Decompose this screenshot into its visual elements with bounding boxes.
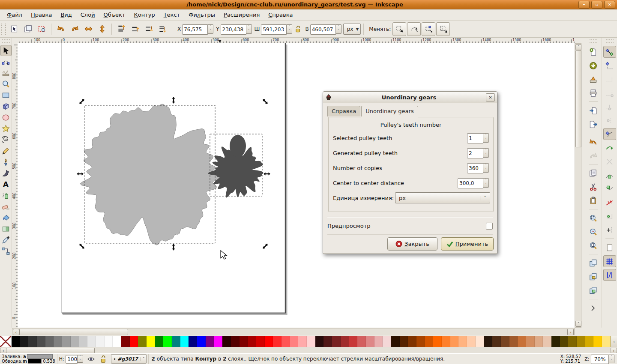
- snap-mid-toggle[interactable]: [603, 197, 616, 209]
- color-swatch[interactable]: [54, 336, 62, 347]
- zoom-page-button[interactable]: [587, 239, 600, 251]
- snap-master-toggle[interactable]: [603, 46, 616, 58]
- color-swatch[interactable]: [189, 336, 197, 347]
- star-tool-button[interactable]: [0, 123, 12, 134]
- color-swatch[interactable]: [273, 336, 282, 347]
- fill-stroke-indicator[interactable]: Заливка: a Обводка:m 0,538: [0, 354, 57, 364]
- palette-scroll-left-icon[interactable]: ‹: [0, 348, 6, 353]
- color-swatch[interactable]: [222, 336, 231, 347]
- color-swatch[interactable]: [568, 336, 577, 347]
- menu-10-item[interactable]: Справка: [264, 10, 297, 20]
- toolbox-grip[interactable]: [2, 39, 10, 43]
- color-swatch[interactable]: [87, 336, 96, 347]
- paste-button[interactable]: [587, 194, 600, 206]
- color-swatch[interactable]: [602, 336, 611, 347]
- print-button[interactable]: [587, 87, 600, 99]
- commandsbar-grip[interactable]: [590, 39, 597, 43]
- snap-center-toggle[interactable]: [603, 210, 616, 222]
- ellipse-tool-button[interactable]: [0, 112, 12, 123]
- color-swatch[interactable]: [492, 336, 501, 347]
- color-swatch[interactable]: [442, 336, 450, 347]
- color-swatch[interactable]: [282, 336, 290, 347]
- apply-button[interactable]: Применить: [441, 237, 494, 251]
- connector-tool-button[interactable]: [0, 245, 12, 257]
- snap-bbox-center-toggle[interactable]: [603, 114, 616, 126]
- close-button[interactable]: Закрыть: [387, 237, 437, 251]
- color-swatch[interactable]: [298, 336, 307, 347]
- zoom-selection-button[interactable]: [587, 212, 600, 224]
- color-swatch[interactable]: [256, 336, 265, 347]
- color-swatch[interactable]: [433, 336, 442, 347]
- minimize-button[interactable]: –: [578, 1, 590, 9]
- dialog-close-button[interactable]: ✕: [486, 93, 495, 101]
- selection-handle[interactable]: [78, 243, 85, 250]
- y-field[interactable]: 230,438˄˅: [221, 24, 252, 34]
- color-swatch[interactable]: [476, 336, 484, 347]
- color-swatch[interactable]: [585, 336, 594, 347]
- menu-8-item[interactable]: Фильтры: [184, 10, 219, 20]
- text-tool-button[interactable]: A: [0, 179, 12, 190]
- menu-1-item[interactable]: Файл: [3, 10, 27, 20]
- x-field[interactable]: 76,575˄˅: [182, 24, 213, 34]
- horizontal-scrollbar[interactable]: ‹ ›: [12, 328, 575, 335]
- layer-lock-button[interactable]: [97, 354, 109, 364]
- color-swatch[interactable]: [467, 336, 476, 347]
- scroll-left-icon[interactable]: ‹: [13, 329, 19, 335]
- snap-guide-toggle[interactable]: [603, 269, 616, 281]
- color-swatch[interactable]: [147, 336, 155, 347]
- pen-tool-button[interactable]: [0, 156, 12, 167]
- layer-visibility-button[interactable]: [85, 354, 97, 364]
- selection-handle[interactable]: [262, 243, 269, 250]
- color-swatch[interactable]: [391, 336, 400, 347]
- selection-handle[interactable]: [262, 98, 269, 105]
- menu-9-item[interactable]: Расширения: [219, 10, 264, 20]
- color-swatch[interactable]: [121, 336, 130, 347]
- lower-button[interactable]: [142, 23, 155, 36]
- color-swatch[interactable]: [62, 336, 71, 347]
- color-swatch[interactable]: [71, 336, 79, 347]
- snap-bbox-edge-toggle[interactable]: [603, 73, 616, 85]
- snap-node-toggle[interactable]: [603, 128, 616, 140]
- color-swatch-none[interactable]: [0, 336, 12, 347]
- snap-bbox-mid-toggle[interactable]: [603, 101, 616, 113]
- import-button[interactable]: [587, 104, 600, 116]
- palette-scrollbar-thumb[interactable]: [6, 348, 95, 353]
- color-swatch[interactable]: [341, 336, 349, 347]
- snap-rotation-toggle[interactable]: [603, 224, 616, 236]
- snap-bbox-corner-toggle[interactable]: [603, 87, 616, 99]
- rect-tool-button[interactable]: [0, 90, 12, 101]
- palette-prev-icon[interactable]: ‹: [611, 336, 617, 347]
- color-swatch[interactable]: [458, 336, 467, 347]
- fill-swatch[interactable]: [27, 354, 53, 359]
- vertical-scrollbar-thumb[interactable]: [575, 50, 581, 147]
- duplicate-button[interactable]: [587, 257, 600, 269]
- color-swatch[interactable]: [105, 336, 113, 347]
- color-swatch[interactable]: [37, 336, 45, 347]
- scroll-right-icon[interactable]: ›: [567, 329, 574, 335]
- zoom-tool-button[interactable]: [0, 78, 12, 90]
- color-swatch[interactable]: [180, 336, 189, 347]
- spiral-tool-button[interactable]: [0, 134, 12, 145]
- deselect-button[interactable]: [35, 23, 48, 36]
- color-swatch[interactable]: [231, 336, 240, 347]
- opacity-control[interactable]: Н: 100 ˄˅: [57, 354, 85, 364]
- lower-to-bottom-button[interactable]: [156, 23, 169, 36]
- color-swatch[interactable]: [12, 336, 20, 347]
- menu-7-item[interactable]: Текст: [159, 10, 185, 20]
- eraser-tool-button[interactable]: [0, 201, 12, 212]
- unlink-button[interactable]: [587, 284, 600, 296]
- menu-3-item[interactable]: Вид: [56, 10, 76, 20]
- color-swatch[interactable]: [113, 336, 121, 347]
- zoom-control[interactable]: Z: 70% ˄˅: [584, 355, 617, 363]
- dropper-tool-button[interactable]: [0, 234, 12, 245]
- color-swatch[interactable]: [551, 336, 560, 347]
- transform-gradients-button[interactable]: [436, 22, 450, 36]
- color-swatch[interactable]: [248, 336, 256, 347]
- color-swatch[interactable]: [408, 336, 416, 347]
- vertical-ruler[interactable]: 8007006005004003002001000: [12, 43, 18, 328]
- color-swatch[interactable]: [450, 336, 459, 347]
- units-combobox[interactable]: px˅: [395, 192, 490, 203]
- new-button[interactable]: [587, 46, 600, 58]
- color-swatch[interactable]: [400, 336, 408, 347]
- units-select[interactable]: px▼: [343, 24, 361, 35]
